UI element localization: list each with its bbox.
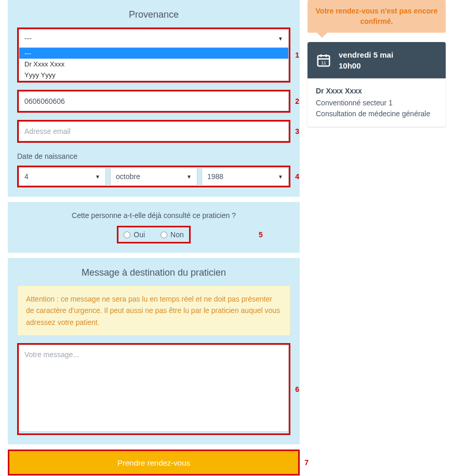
section-provenance: Provenance --- ▼ --- Dr Xxxx Xxxx Yyyy Y… (8, 0, 300, 197)
provenance-dropdown: --- Dr Xxxx Xxxx Yyyy Yyyy (19, 48, 289, 81)
highlight-phone: 2 (17, 90, 290, 113)
annotation-number: 2 (295, 97, 299, 105)
warning-message: Attention : ce message ne sera pas lu en… (17, 285, 290, 336)
annotation-number: 3 (295, 127, 299, 135)
radio-no[interactable]: Non (161, 230, 184, 239)
section-title-message: Message à destination du praticien (17, 267, 290, 278)
highlight-email: 3 (17, 120, 290, 143)
appointment-date: vendredi 5 mai (339, 49, 393, 60)
provenance-option[interactable]: Dr Xxxx Xxxx (19, 59, 288, 70)
sidebar: Votre rendez-vous n'est pas encore confi… (308, 0, 446, 127)
confirmation-alert: Votre rendez-vous n'est pas encore confi… (308, 0, 446, 33)
section-title-provenance: Provenance (17, 9, 290, 20)
appointment-card: 11 vendredi 5 mai 10h00 Dr Xxxx Xxxx Con… (308, 42, 446, 127)
provenance-select-value: --- (24, 34, 32, 43)
phone-input[interactable] (19, 91, 289, 111)
consult-question-label: Cette personne a-t-elle déjà consulté ce… (17, 211, 290, 220)
highlight-message: 6 (17, 343, 290, 435)
chevron-down-icon: ▼ (95, 174, 100, 180)
appointment-time: 10h00 (339, 60, 393, 71)
radio-yes[interactable]: Oui (124, 230, 145, 239)
calendar-icon: 11 (316, 52, 331, 68)
provenance-select[interactable]: --- ▼ (19, 29, 289, 48)
highlight-submit: Prendre rendez-vous 7 (8, 450, 300, 475)
dob-year-select[interactable]: 1988 ▼ (202, 167, 289, 186)
doctor-sector: Conventionné secteur 1 (316, 98, 437, 108)
chevron-down-icon: ▼ (186, 174, 192, 180)
annotation-number: 1 (295, 51, 299, 59)
highlight-provenance-select: --- ▼ --- Dr Xxxx Xxxx Yyyy Yyyy 1 (17, 28, 290, 83)
annotation-number: 5 (259, 230, 263, 239)
dob-month-select[interactable]: octobre ▼ (110, 167, 197, 186)
radio-icon (161, 232, 167, 238)
radio-no-label: Non (170, 230, 184, 239)
chevron-down-icon: ▼ (278, 174, 283, 180)
radio-icon (124, 232, 130, 238)
appointment-header: 11 vendredi 5 mai 10h00 (308, 42, 446, 78)
provenance-option[interactable]: Yyyy Yyyy (19, 70, 288, 80)
svg-text:11: 11 (321, 60, 326, 65)
main-form: Provenance --- ▼ --- Dr Xxxx Xxxx Yyyy Y… (8, 0, 300, 475)
email-input[interactable] (19, 121, 289, 141)
doctor-name: Dr Xxxx Xxxx (316, 86, 437, 97)
appointment-datetime: vendredi 5 mai 10h00 (339, 49, 393, 71)
dob-day-select[interactable]: 4 ▼ (19, 167, 106, 186)
highlight-radio: Oui Non 5 (117, 226, 190, 243)
annotation-number: 4 (295, 172, 299, 181)
annotation-number: 6 (295, 385, 299, 393)
section-message: Message à destination du praticien Atten… (8, 258, 300, 444)
section-consult-question: Cette personne a-t-elle déjà consulté ce… (8, 202, 300, 253)
radio-yes-label: Oui (133, 230, 145, 239)
submit-button[interactable]: Prendre rendez-vous (9, 451, 298, 474)
dob-month-value: octobre (116, 172, 140, 181)
annotation-number: 7 (304, 458, 309, 467)
dob-label: Date de naissance (17, 152, 290, 160)
provenance-option[interactable]: --- (19, 48, 288, 59)
submit-button-label: Prendre rendez-vous (117, 458, 190, 467)
chevron-down-icon: ▼ (278, 36, 283, 42)
dob-day-value: 4 (24, 172, 29, 181)
message-textarea[interactable] (19, 345, 289, 432)
consultation-type: Consultation de médecine générale (316, 108, 437, 119)
appointment-body: Dr Xxxx Xxxx Conventionné secteur 1 Cons… (308, 78, 446, 127)
dob-year-value: 1988 (207, 172, 223, 181)
highlight-dob: 4 ▼ octobre ▼ 1988 ▼ 4 (17, 166, 290, 187)
